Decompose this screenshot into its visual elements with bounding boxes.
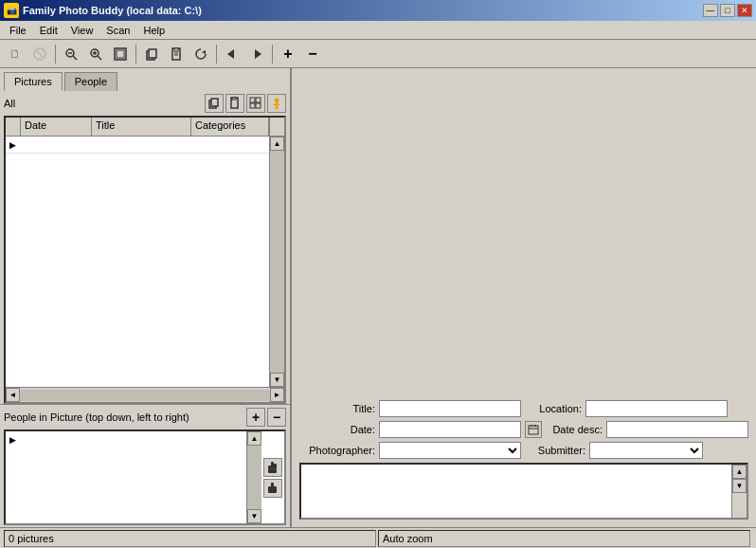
zoom-fit-button[interactable] — [109, 44, 132, 64]
submitter-label: Submitter: — [529, 445, 585, 456]
svg-line-3 — [73, 56, 77, 60]
svg-marker-18 — [227, 49, 234, 59]
copy-image-button[interactable] — [140, 44, 163, 64]
calendar-button[interactable] — [525, 421, 542, 438]
menu-help[interactable]: Help — [137, 23, 171, 38]
copy-image-icon — [145, 47, 158, 61]
app-icon: 📷 — [4, 3, 19, 18]
window-title: Family Photo Buddy (local data: C:\) — [23, 5, 202, 16]
left-panel: Pictures People All — [0, 68, 292, 527]
col-header-categories: Categories — [191, 118, 269, 136]
people-remove-button[interactable]: − — [267, 408, 286, 427]
date-label: Date: — [299, 424, 375, 435]
paste-btn[interactable] — [225, 94, 244, 113]
zoom-out-button[interactable] — [60, 44, 82, 64]
notes-scroll-up[interactable]: ▲ — [732, 465, 747, 479]
people-list-inner: ▶ — [6, 431, 246, 523]
nav-forward-button[interactable] — [245, 44, 268, 64]
tabs: Pictures People — [0, 68, 290, 91]
table-vscrollbar[interactable]: ▲ ▼ — [269, 137, 284, 387]
add-button[interactable]: + — [277, 44, 299, 64]
left-panel-toolbar: All — [0, 91, 290, 116]
svg-marker-17 — [202, 50, 206, 54]
person-btn[interactable] — [267, 94, 286, 113]
nav-back-button[interactable] — [221, 44, 243, 64]
table-scroll-up[interactable]: ▲ — [270, 137, 284, 151]
toolbar-sep-3 — [216, 45, 217, 64]
rotate-button[interactable] — [189, 44, 212, 64]
location-input[interactable] — [585, 400, 728, 417]
people-header: People in Picture (top down, left to rig… — [0, 405, 290, 429]
maximize-button[interactable]: □ — [720, 4, 735, 17]
title-bar: 📷 Family Photo Buddy (local data: C:\) —… — [0, 0, 756, 21]
menu-file[interactable]: File — [4, 23, 32, 38]
photo-area — [292, 68, 756, 396]
notes-area[interactable]: ▲ ▼ — [299, 463, 748, 520]
people-scroll-track[interactable] — [247, 446, 261, 509]
row-selector: ▶ — [6, 139, 21, 151]
svg-point-28 — [275, 99, 279, 103]
remove-button[interactable]: − — [301, 44, 324, 64]
submitter-select[interactable] — [589, 442, 703, 459]
people-header-buttons: + − — [246, 408, 286, 427]
paste-image-button[interactable] — [165, 44, 188, 64]
table-scroll-track[interactable] — [270, 151, 284, 373]
person-icon — [270, 97, 283, 110]
people-scroll-down[interactable]: ▼ — [247, 509, 261, 523]
table-hscroll-track[interactable] — [20, 390, 270, 401]
left-toolbar-buttons — [205, 94, 286, 113]
people-finger-button[interactable] — [263, 479, 282, 498]
tab-people[interactable]: People — [64, 72, 117, 91]
menu-bar: File Edit View Scan Help — [0, 21, 756, 40]
notes-scroll-down[interactable]: ▼ — [732, 479, 747, 493]
calendar-icon — [528, 424, 539, 435]
table-row[interactable]: ▶ — [6, 137, 269, 154]
zoom-out-icon — [64, 47, 78, 61]
date-desc-input[interactable] — [606, 421, 748, 438]
date-desc-label: Date desc: — [546, 424, 603, 435]
hand-icon — [267, 461, 279, 474]
new-button[interactable]: 🗋 — [4, 44, 27, 64]
stop-button[interactable] — [28, 44, 51, 64]
toolbar-sep-1 — [55, 45, 56, 64]
people-add-button[interactable]: + — [246, 408, 265, 427]
menu-scan[interactable]: Scan — [100, 23, 135, 38]
form-row-title: Title: Location: — [299, 400, 748, 417]
copy-btn[interactable] — [205, 94, 224, 113]
grid-btn[interactable] — [246, 94, 265, 113]
status-zoom: Auto zoom — [378, 530, 750, 547]
toolbar-sep-2 — [135, 45, 136, 64]
stop-icon — [33, 47, 46, 61]
people-scroll-up[interactable]: ▲ — [247, 431, 261, 446]
people-list: ▶ ▲ ▼ — [4, 429, 286, 525]
notes-scrollbar[interactable]: ▲ ▼ — [731, 465, 747, 520]
menu-edit[interactable]: Edit — [34, 23, 63, 38]
minimize-button[interactable]: — — [703, 4, 718, 17]
svg-rect-10 — [117, 50, 124, 58]
svg-rect-26 — [250, 103, 255, 108]
table-scroll-right[interactable]: ► — [270, 388, 284, 402]
close-button[interactable]: ✕ — [737, 4, 752, 17]
right-panel: Title: Location: Date: Date desc: Photog… — [292, 68, 756, 527]
date-input[interactable] — [379, 421, 521, 438]
zoom-in-button[interactable] — [84, 44, 107, 64]
photographer-select[interactable] — [379, 442, 521, 459]
svg-rect-40 — [529, 426, 538, 434]
window-controls: — □ ✕ — [703, 4, 752, 17]
tab-pictures[interactable]: Pictures — [4, 72, 63, 91]
table-scroll-down[interactable]: ▼ — [270, 373, 284, 387]
svg-rect-23 — [232, 98, 236, 100]
people-section: People in Picture (top down, left to rig… — [0, 404, 290, 527]
table-body: ▶ — [6, 137, 269, 387]
table-header: Date Title Categories — [6, 118, 284, 137]
title-input[interactable] — [379, 400, 521, 417]
svg-line-33 — [277, 107, 279, 109]
svg-line-6 — [98, 56, 101, 60]
people-hand-button[interactable] — [263, 458, 282, 477]
table-scroll-left[interactable]: ◄ — [6, 388, 20, 402]
table-hscrollbar[interactable]: ◄ ► — [6, 387, 284, 402]
photographer-label: Photographer: — [299, 445, 375, 456]
menu-view[interactable]: View — [65, 23, 99, 38]
grid-icon — [249, 97, 262, 110]
svg-rect-34 — [271, 462, 274, 469]
